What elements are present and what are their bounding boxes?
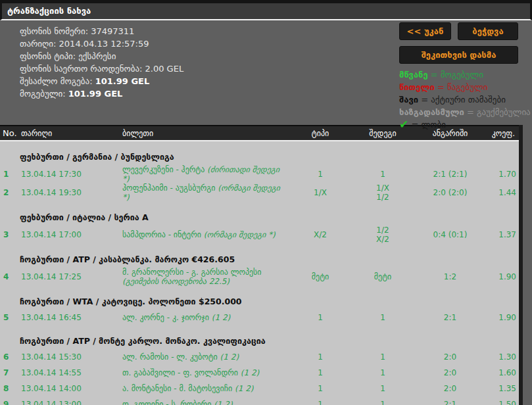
result-line: 1/2 [350, 226, 416, 235]
section-title: ჩოგბურთი / ATP / მონტე კარლო. მონაკო. კვ… [0, 335, 519, 347]
col-header-no: No. [0, 128, 21, 138]
legend-value: გაუქმებულია [477, 107, 531, 117]
row-number: 4 [0, 272, 21, 281]
row-coefficient: 1.37 [485, 230, 519, 239]
row-date: 13.04.14 14:55 [21, 368, 120, 377]
row-result: 1/2X/2 [350, 226, 416, 244]
row-match: თ. გაბაშვილი - ფ. ვოლანდრი (1 2) [120, 368, 291, 377]
bets-table: No. თარიღი ბილეთი ტიპი შედეგი ანგარიში კ… [0, 125, 523, 405]
row-date: 13.04.14 17:00 [21, 230, 120, 239]
result-line: 1 [350, 352, 416, 362]
table-row: 413.04.14 17:25მ. გრანოლერსი - გ. გარსია… [0, 268, 519, 286]
result-line: 1 [350, 384, 416, 393]
bet-section: ჩოგბურთი / WTA / კატოვიცე. პოლონეთი $250… [0, 296, 519, 325]
legend-equals: = [408, 120, 421, 130]
match-market-note: (1 2) [241, 368, 259, 377]
row-coefficient: 1.60 [485, 368, 519, 377]
row-match: ალ. კორნე - კ. ჯიორჯი (1 2) [120, 313, 291, 322]
table-body: ფეხბურთი / გერმანია / ბუნდესლიგა113.04.1… [0, 141, 519, 405]
row-match: მ. გრანოლერსი - გ. გარსია ლოპესი (გეიმებ… [120, 268, 291, 286]
section-title: ფეხბურთი / იტალია / სერია A [0, 212, 519, 224]
info-line: შესაძლო მოგება: 101.99 GEL [20, 75, 183, 87]
row-result: 1 [350, 400, 416, 405]
row-number: 7 [0, 368, 21, 377]
match-name: დ. გოფინი - ს. რობერი [122, 400, 214, 405]
section-title: ჩოგბურთი / ATP / კასაბლანკა. მაროკო €426… [0, 254, 519, 266]
col-header-ticket: ბილეთი [120, 129, 291, 138]
legend-value: აქტიური თამაშები [431, 95, 506, 105]
row-score: 2:1 (2:1) [416, 170, 485, 179]
section-title: ფეხბურთი / გერმანია / ბუნდესლიგა [0, 151, 519, 163]
row-date: 13.04.14 14:00 [21, 384, 120, 393]
row-coefficient: 1.35 [485, 384, 519, 393]
match-name: თ. გაბაშვილი - ფ. ვოლანდრი [122, 368, 241, 377]
row-score: 2:0 [416, 352, 485, 362]
result-line: 1 [350, 368, 416, 377]
row-number: 9 [0, 400, 21, 405]
bet-section: ფეხბურთი / იტალია / სერია A313.04.14 17:… [0, 212, 519, 244]
row-date: 13.04.14 17:30 [21, 170, 120, 179]
match-name: მ. გრანოლერსი - გ. გარსია ლოპესი [122, 268, 262, 277]
legend-label: შავი [399, 95, 418, 105]
legend-label: ხაზგადასმული [399, 107, 464, 117]
row-date: 13.04.14 16:45 [21, 313, 120, 322]
color-legend: მწვანე = მოგებულიწითელი = წაგებულიშავი =… [399, 68, 518, 131]
info-line: ფსონის საერთო რაოდენობა: 2.00 GEL [20, 62, 183, 75]
row-match: დ. გოფინი - ს. რობერი (1 2) [120, 400, 291, 405]
transaction-info: ფსონის ნომერი: 37497311თარიღი: 2014.04.1… [20, 25, 183, 100]
row-date: 13.04.14 13:00 [21, 400, 120, 405]
print-button[interactable]: ბეჭდვა [458, 22, 518, 40]
page-title-bar: ტრანზაქციის ნახვა [0, 3, 532, 20]
section-title: ჩოგბურთი / WTA / კატოვიცე. პოლონეთი $250… [0, 296, 519, 308]
row-number: 6 [0, 352, 21, 362]
col-header-date: თარიღი [21, 129, 120, 138]
info-value: 101.99 GEL [68, 89, 123, 99]
legend-value: მოგებული [441, 70, 483, 80]
match-market-note: (გეიმების რაოდენობა 22.5) [122, 277, 230, 286]
row-result: 1/X1/2 [350, 183, 416, 202]
table-row: 113.04.14 17:30ლევერკუზენი - ჰერტა (ძირი… [0, 165, 519, 183]
row-score: 2:1 [416, 313, 485, 322]
legend-value: წაგებული [447, 82, 488, 92]
result-line: X/2 [350, 235, 416, 244]
info-line: ფსონის ტიპი: ექსპრესი [20, 50, 183, 62]
match-market-note: (ორმაგი შედეგი *) [204, 230, 276, 239]
table-row: 713.04.14 14:55თ. გაბაშვილი - ფ. ვოლანდრ… [0, 365, 519, 381]
row-bet-type: 1 [291, 170, 350, 179]
row-bet-type: 1 [291, 313, 350, 322]
row-result: 1 [350, 313, 416, 322]
row-number: 1 [0, 170, 21, 179]
info-line: მოგებული: 101.99 GEL [20, 87, 183, 100]
legend-equals: = [418, 95, 431, 105]
row-bet-type: 1 [291, 384, 350, 393]
back-button[interactable]: << უკან [399, 22, 451, 40]
table-row: 813.04.14 14:00ა. მონტანესი - მ. მატოსევ… [0, 381, 519, 396]
row-bet-type: 1 [291, 352, 350, 362]
legend-label: წითელი [399, 82, 435, 92]
result-line: მეტი [350, 272, 416, 281]
match-name: სამპდორია - ინტერი [122, 230, 204, 239]
row-score: 2:0 [416, 368, 485, 377]
row-match: ალ. რამოსი - ლ. კუბოტი (1 2) [120, 352, 291, 362]
row-number: 8 [0, 384, 21, 393]
row-date: 13.04.14 19:30 [21, 188, 120, 197]
row-result: მეტი [350, 272, 416, 281]
row-result: 1 [350, 352, 416, 362]
table-row: 613.04.14 15:30ალ. რამოსი - ლ. კუბოტი (1… [0, 349, 519, 365]
row-score: 2:0 (2:0) [416, 188, 485, 197]
legend-item-red: წითელი = წაგებული [399, 81, 518, 93]
table-row: 213.04.14 19:30ჰოფენჰაიმი - აუგსბურგი (ო… [0, 183, 519, 202]
info-line: თარიღი: 2014.04.13 12:57:59 [20, 37, 183, 50]
info-label: ფსონის საერთო რაოდენობა: [20, 64, 145, 74]
match-name: ალ. კორნე - კ. ჯიორჯი [122, 313, 212, 322]
match-name: ლევერკუზენი - ჰერტა [122, 165, 207, 174]
legend-equals: = [464, 107, 477, 117]
info-label: მოგებული: [20, 89, 68, 99]
info-label: ფსონის ტიპი: [20, 51, 78, 61]
page-title: ტრანზაქციის ნახვა [7, 6, 91, 16]
bet-section: ჩოგბურთი / ATP / მონტე კარლო. მონაკო. კვ… [0, 335, 519, 405]
legend-item-black: შავი = აქტიური თამაშები [399, 93, 518, 106]
ask-question-button[interactable]: შეკითხვის დასმა [399, 46, 518, 64]
row-coefficient: 1.70 [485, 170, 519, 179]
row-coefficient: 1.44 [485, 188, 519, 197]
